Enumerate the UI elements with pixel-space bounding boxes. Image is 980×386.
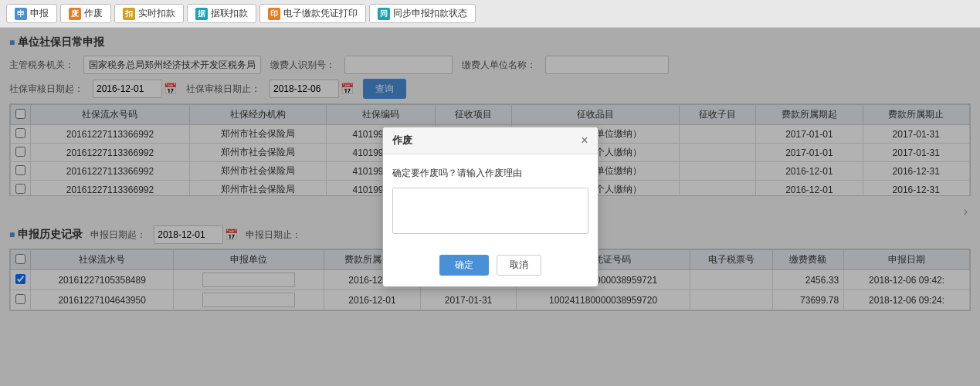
modal-title: 作废: [392, 134, 412, 147]
jujian-label: 据联扣款: [211, 7, 248, 20]
shishi-label: 实时扣款: [138, 7, 175, 20]
shenbao-icon: 申: [15, 8, 27, 20]
modal-cancel-btn[interactable]: 取消: [497, 255, 541, 276]
modal-reason-input[interactable]: [392, 188, 588, 234]
toolbar-zuofei-btn[interactable]: 废 作废: [60, 4, 111, 23]
tongbu-label: 同步申报扣款状态: [393, 7, 467, 20]
modal-header: 作废 ×: [383, 127, 598, 154]
toolbar: 申 申报 废 作废 扣 实时扣款 据 据联扣款 印 电子缴款凭证打印 同 同步申…: [0, 0, 980, 28]
modal-footer: 确定 取消: [383, 249, 598, 286]
tongbu-icon: 同: [378, 8, 390, 20]
shenbao-label: 申报: [30, 7, 49, 20]
modal-message: 确定要作废吗？请输入作废理由: [392, 167, 588, 180]
main-content: 单位社保日常申报 主管税务机关： 国家税务总局郑州经济技术开发区税务局 缴费人识…: [0, 28, 980, 386]
zuofei-modal: 作废 × 确定要作废吗？请输入作废理由 确定 取消: [382, 127, 599, 287]
jujian-icon: 据: [195, 8, 208, 20]
modal-overlay: 作废 × 确定要作废吗？请输入作废理由 确定 取消: [0, 28, 980, 386]
modal-confirm-btn[interactable]: 确定: [439, 255, 489, 276]
shishi-icon: 扣: [123, 8, 135, 20]
zuofei-label: 作废: [84, 7, 103, 20]
modal-body: 确定要作废吗？请输入作废理由: [383, 154, 598, 249]
toolbar-dianzi-btn[interactable]: 印 电子缴款凭证打印: [259, 4, 366, 23]
modal-close-btn[interactable]: ×: [581, 134, 588, 147]
toolbar-shishi-btn[interactable]: 扣 实时扣款: [114, 4, 184, 23]
toolbar-shenbao-btn[interactable]: 申 申报: [6, 4, 57, 23]
dianzi-icon: 印: [268, 8, 280, 20]
toolbar-jujian-btn[interactable]: 据 据联扣款: [187, 4, 256, 23]
dianzi-label: 电子缴款凭证打印: [283, 7, 358, 20]
toolbar-tongbu-btn[interactable]: 同 同步申报扣款状态: [369, 4, 476, 23]
zuofei-icon: 废: [69, 8, 81, 20]
